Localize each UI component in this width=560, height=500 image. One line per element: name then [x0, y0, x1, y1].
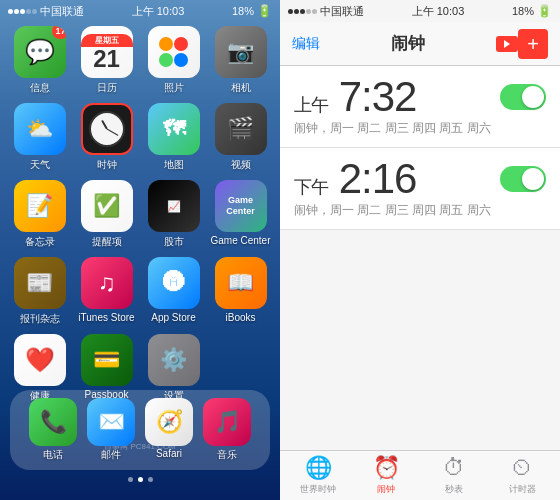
- alarm-period-2: 下午: [294, 177, 328, 197]
- dock-music[interactable]: 🎵 音乐: [203, 398, 251, 462]
- alarm-label-2: 闹钟，周一 周二 周三 周四 周五 周六: [294, 202, 546, 219]
- carrier-info: 中国联通: [8, 4, 84, 19]
- health-icon: ❤️: [14, 334, 66, 386]
- safari-icon: 🧭: [145, 398, 193, 446]
- app-weather[interactable]: ⛅ 天气: [8, 103, 71, 172]
- alarm-label-1: 闹钟，周一 周二 周三 周四 周五 周六: [294, 120, 546, 137]
- battery-info: 18% 🔋: [232, 4, 272, 18]
- add-alarm-button[interactable]: +: [518, 29, 548, 59]
- reminders-label: 提醒项: [92, 235, 122, 249]
- page-dot-1: [128, 477, 133, 482]
- appstore-label: App Store: [151, 312, 195, 323]
- minute-hand: [106, 129, 118, 136]
- app-calendar[interactable]: 星期五 21 日历: [75, 26, 138, 95]
- itunes-label: iTunes Store: [78, 312, 134, 323]
- alarm-toggle-2[interactable]: [500, 166, 546, 192]
- page-title: 闹钟: [391, 32, 425, 55]
- tab-bar: 🌐 世界时钟 ⏰ 闹钟 ⏱ 秒表 ⏲ 计时器: [280, 450, 560, 500]
- app-newsstand[interactable]: 📰 报刊杂志: [8, 257, 71, 326]
- photos-icon: [148, 26, 200, 78]
- alarm-period-1: 上午: [294, 95, 328, 115]
- stopwatch-label: 秒表: [445, 483, 463, 496]
- app-notes[interactable]: 📝 备忘录: [8, 180, 71, 249]
- arrow-box: [496, 36, 518, 52]
- app-stocks[interactable]: 📈 股市: [142, 180, 205, 249]
- alarm-time-display-1: 上午 7:32: [294, 73, 416, 120]
- camera-icon: 📷: [215, 26, 267, 78]
- appstore-icon: 🅐: [148, 257, 200, 309]
- alarm-top-2: 下午 2:16: [294, 158, 546, 200]
- signal-icon-right: [288, 9, 317, 14]
- time-right: 上午 10:03: [412, 4, 465, 19]
- edit-button[interactable]: 编辑: [292, 35, 320, 53]
- app-messages[interactable]: 💬 17 信息: [8, 26, 71, 95]
- itunes-icon: ♫: [81, 257, 133, 309]
- alarm-hour-min-1: 7:32: [339, 73, 417, 120]
- app-itunes[interactable]: ♫ iTunes Store: [75, 257, 138, 326]
- cal-date: 21: [93, 47, 120, 71]
- alarm-time-display-2: 下午 2:16: [294, 155, 416, 202]
- alarm-item-1[interactable]: 上午 7:32 闹钟，周一 周二 周三 周四 周五 周六: [280, 66, 560, 148]
- maps-icon: 🗺: [148, 103, 200, 155]
- stocks-label: 股市: [164, 235, 184, 249]
- dock-safari[interactable]: 🧭 Safari: [145, 398, 193, 462]
- app-clock[interactable]: 时钟: [75, 103, 138, 172]
- app-videos[interactable]: 🎬 视频: [209, 103, 272, 172]
- app-ibooks[interactable]: 📖 iBooks: [209, 257, 272, 326]
- app-gamecenter[interactable]: GameCenter Game Center: [209, 180, 272, 249]
- app-reminders[interactable]: ✅ 提醒项: [75, 180, 138, 249]
- stocks-icon: 📈: [148, 180, 200, 232]
- carrier-name-right: 中国联通: [320, 4, 364, 19]
- tab-stopwatch[interactable]: ⏱ 秒表: [420, 455, 488, 496]
- notes-icon: 📝: [14, 180, 66, 232]
- newsstand-label: 报刊杂志: [20, 312, 60, 326]
- photos-label: 照片: [164, 81, 184, 95]
- page-dot-2: [138, 477, 143, 482]
- messages-badge: 17: [52, 26, 65, 39]
- app-maps[interactable]: 🗺 地图: [142, 103, 205, 172]
- app-appstore[interactable]: 🅐 App Store: [142, 257, 205, 326]
- plus-icon: +: [527, 34, 539, 54]
- svg-marker-0: [504, 40, 510, 48]
- passbook-icon: 💳: [81, 334, 133, 386]
- toggle-knob-2: [522, 168, 544, 190]
- app-camera[interactable]: 📷 相机: [209, 26, 272, 95]
- music-label: 音乐: [217, 448, 237, 462]
- videos-icon: 🎬: [215, 103, 267, 155]
- photos-petals: [159, 37, 189, 67]
- tab-timer[interactable]: ⏲ 计时器: [488, 455, 556, 496]
- camera-label: 相机: [231, 81, 251, 95]
- weather-label: 天气: [30, 158, 50, 172]
- alarm-hour-min-2: 2:16: [339, 155, 417, 202]
- phone-label: 电话: [43, 448, 63, 462]
- app-grid: 💬 17 信息 星期五 21 日历: [0, 22, 280, 407]
- reminders-icon: ✅: [81, 180, 133, 232]
- app-photos[interactable]: 照片: [142, 26, 205, 95]
- tab-world-clock[interactable]: 🌐 世界时钟: [284, 455, 352, 496]
- alarm-screen: 中国联通 上午 10:03 18% 🔋 编辑 闹钟 +: [280, 0, 560, 500]
- clock-label: 时钟: [97, 158, 117, 172]
- alarm-toggle-1[interactable]: [500, 84, 546, 110]
- mail-icon: ✉️: [87, 398, 135, 446]
- notes-label: 备忘录: [25, 235, 55, 249]
- ibooks-icon: 📖: [215, 257, 267, 309]
- videos-label: 视频: [231, 158, 251, 172]
- world-clock-label: 世界时钟: [300, 483, 336, 496]
- dock-mail[interactable]: ✉️ 邮件: [87, 398, 135, 462]
- battery-icon: 🔋: [257, 4, 272, 18]
- status-bar-left: 中国联通 上午 10:03 18% 🔋: [0, 0, 280, 22]
- alarm-item-2[interactable]: 下午 2:16 闹钟，周一 周二 周三 周四 周五 周六: [280, 148, 560, 230]
- battery-icon-right: 🔋: [537, 4, 552, 18]
- alarm-icon: ⏰: [373, 455, 400, 481]
- ibooks-label: iBooks: [225, 312, 255, 323]
- dock: 📞 电话 ✉️ 邮件 🧭 Safari 🎵 音乐: [10, 390, 270, 470]
- safari-label: Safari: [156, 448, 182, 459]
- signal-icon: [8, 9, 37, 14]
- alarm-top-1: 上午 7:32: [294, 76, 546, 118]
- battery-pct-right: 18%: [512, 5, 534, 17]
- dock-phone[interactable]: 📞 电话: [29, 398, 77, 462]
- timer-label: 计时器: [509, 483, 536, 496]
- tab-alarm[interactable]: ⏰ 闹钟: [352, 455, 420, 496]
- maps-label: 地图: [164, 158, 184, 172]
- alarm-list: 上午 7:32 闹钟，周一 周二 周三 周四 周五 周六 下午 2:16: [280, 66, 560, 450]
